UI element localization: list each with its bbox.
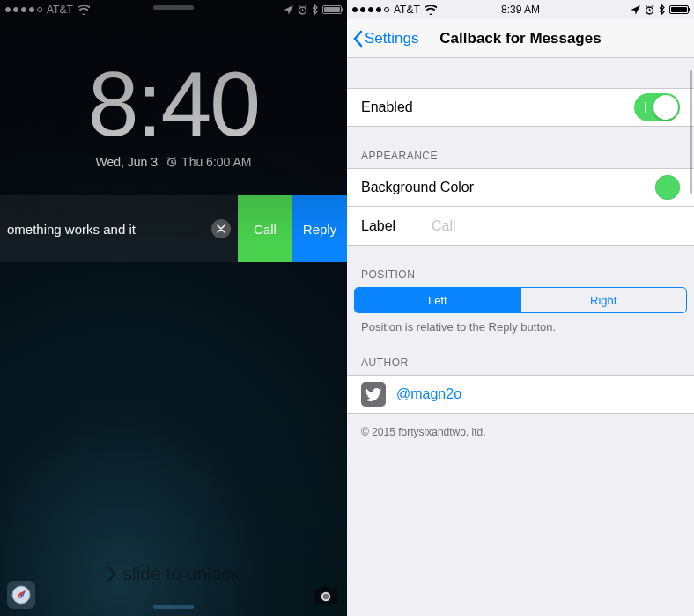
camera-icon[interactable] (312, 581, 340, 609)
back-label: Settings (365, 30, 418, 48)
location-icon (284, 5, 293, 15)
author-row[interactable]: @magn2o (347, 375, 694, 414)
background-color-row[interactable]: Background Color (347, 168, 694, 207)
carrier-label: AT&T (394, 4, 420, 16)
enabled-toggle[interactable] (634, 93, 680, 121)
status-time: 8:39 AM (501, 4, 540, 16)
position-hint: Position is relative to the Reply button… (347, 313, 694, 334)
author-header: AUTHOR (347, 356, 694, 375)
lock-time: 8:40 (0, 58, 347, 150)
twitter-icon (361, 382, 386, 407)
status-bar: AT&T (0, 0, 347, 19)
enabled-label: Enabled (361, 99, 413, 115)
notification-text: omething works and it (7, 222, 203, 237)
segment-right[interactable]: Right (520, 288, 687, 312)
appearance-header: APPEARANCE (347, 150, 694, 168)
background-color-label: Background Color (361, 180, 474, 195)
back-button[interactable]: Settings (352, 30, 418, 48)
wifi-icon (425, 5, 437, 15)
position-header: POSITION (347, 268, 694, 287)
battery-icon (322, 5, 342, 14)
wifi-icon (78, 5, 90, 15)
segment-left[interactable]: Left (355, 288, 520, 312)
copyright: © 2015 fortysixandtwo, ltd. (347, 414, 694, 451)
alarm-icon (645, 5, 654, 15)
lock-date: Wed, Jun 3 (96, 155, 159, 169)
position-segmented-control[interactable]: Left Right (354, 287, 687, 313)
lockscreen: AT&T 8:40 Wed, Jun 3 Thu 6:00 AM omethin… (0, 0, 347, 616)
cell-signal-icon (5, 7, 42, 12)
svg-rect-5 (321, 586, 330, 590)
slide-to-unlock-label: slide to unlock (122, 563, 240, 584)
settings-screen: AT&T 8:39 AM Settings Callback for Messa… (347, 0, 694, 616)
nav-bar: Settings Callback for Messages (347, 19, 694, 58)
status-bar: AT&T 8:39 AM (347, 0, 694, 19)
svg-point-7 (323, 594, 329, 599)
label-row[interactable]: Label Call (347, 207, 694, 246)
label-field-value[interactable]: Call (432, 218, 456, 234)
bluetooth-icon (312, 4, 318, 15)
author-handle[interactable]: @magn2o (396, 386, 461, 402)
alarm-icon (298, 5, 307, 15)
safari-icon[interactable] (7, 581, 35, 609)
enabled-row: Enabled (347, 88, 694, 127)
reply-button[interactable]: Reply (292, 195, 347, 262)
grabber-top[interactable] (153, 5, 194, 10)
slide-to-unlock[interactable]: slide to unlock (0, 563, 347, 584)
background-color-swatch (655, 175, 680, 200)
bluetooth-icon (659, 4, 665, 15)
battery-icon (669, 5, 689, 14)
scroll-indicator (690, 70, 692, 194)
grabber-bottom[interactable] (153, 605, 194, 609)
page-title: Callback for Messages (439, 30, 601, 48)
notification-banner[interactable]: omething works and it Call Reply (0, 195, 347, 262)
cell-signal-icon (352, 7, 389, 12)
label-field-label: Label (361, 218, 432, 234)
dismiss-button[interactable] (211, 219, 231, 238)
carrier-label: AT&T (47, 4, 73, 16)
location-icon (631, 5, 640, 15)
call-button[interactable]: Call (238, 195, 292, 262)
next-alarm-label: Thu 6:00 AM (181, 155, 251, 169)
next-alarm: Thu 6:00 AM (166, 155, 251, 169)
